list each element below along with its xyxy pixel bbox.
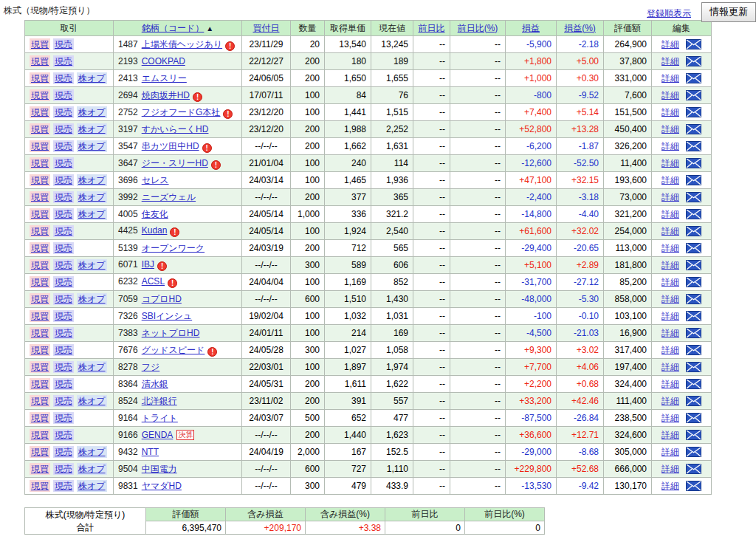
cash-sell-link[interactable]: 現売 xyxy=(53,259,74,271)
mail-alert-icon[interactable] xyxy=(686,107,701,117)
cash-sell-link[interactable]: 現売 xyxy=(53,395,74,407)
refresh-button[interactable]: 情報更新 xyxy=(701,2,756,22)
cash-sell-link[interactable]: 現売 xyxy=(53,89,74,101)
stock-name-link[interactable]: 北洋銀行 xyxy=(142,396,177,406)
mail-alert-icon[interactable] xyxy=(686,345,701,355)
cash-sell-link[interactable]: 現売 xyxy=(53,276,74,288)
cash-buy-link[interactable]: 現買 xyxy=(30,174,50,186)
cash-sell-link[interactable]: 現売 xyxy=(53,72,74,84)
detail-link[interactable]: 詳細 xyxy=(662,38,679,51)
cash-buy-link[interactable]: 現買 xyxy=(30,378,50,390)
mail-alert-icon[interactable] xyxy=(686,328,701,338)
cash-buy-link[interactable]: 現買 xyxy=(30,395,50,407)
mail-alert-icon[interactable] xyxy=(686,379,701,389)
mail-alert-icon[interactable] xyxy=(686,243,701,253)
stock-option-link[interactable]: 株オプ xyxy=(77,72,107,84)
detail-link[interactable]: 詳細 xyxy=(662,395,679,408)
mail-alert-icon[interactable] xyxy=(686,39,701,49)
cash-buy-link[interactable]: 現買 xyxy=(30,259,50,271)
stock-name-link[interactable]: ヤマダHD xyxy=(142,481,182,491)
detail-link[interactable]: 詳細 xyxy=(662,140,679,153)
stock-name-link[interactable]: エムスリー xyxy=(142,73,187,83)
detail-link[interactable]: 詳細 xyxy=(662,480,679,493)
stock-name-link[interactable]: IBJ xyxy=(142,259,154,270)
detail-link[interactable]: 詳細 xyxy=(662,378,679,391)
header-profit-loss-sort-link[interactable]: 損益 xyxy=(522,23,540,33)
cash-buy-link[interactable]: 現買 xyxy=(30,72,50,84)
mail-alert-icon[interactable] xyxy=(686,311,701,321)
sort-order-link[interactable]: 登録順表示 xyxy=(647,7,691,20)
detail-link[interactable]: 詳細 xyxy=(662,293,679,306)
mail-alert-icon[interactable] xyxy=(686,124,701,134)
stock-name-link[interactable]: コプロHD xyxy=(142,294,182,304)
mail-alert-icon[interactable] xyxy=(686,73,701,83)
stock-option-link[interactable]: 株オプ xyxy=(77,140,107,152)
cash-sell-link[interactable]: 現売 xyxy=(53,157,74,169)
detail-link[interactable]: 詳細 xyxy=(662,157,679,170)
cash-buy-link[interactable]: 現買 xyxy=(30,480,50,492)
stock-name-link[interactable]: 上場米債ヘッジあり xyxy=(142,39,222,49)
detail-link[interactable]: 詳細 xyxy=(662,429,679,442)
cash-sell-link[interactable]: 現売 xyxy=(53,327,74,339)
cash-sell-link[interactable]: 現売 xyxy=(53,429,74,441)
alert-icon[interactable]: ! xyxy=(211,160,221,170)
stock-name-link[interactable]: 中国電力 xyxy=(142,464,177,474)
detail-link[interactable]: 詳細 xyxy=(662,208,679,221)
detail-link[interactable]: 詳細 xyxy=(662,463,679,476)
detail-link[interactable]: 詳細 xyxy=(662,191,679,204)
mail-alert-icon[interactable] xyxy=(686,430,701,440)
header-profit-loss-pct-sort-link[interactable]: 損益(%) xyxy=(564,23,596,33)
cash-buy-link[interactable]: 現買 xyxy=(30,242,50,254)
detail-link[interactable]: 詳細 xyxy=(662,259,679,272)
cash-buy-link[interactable]: 現買 xyxy=(30,310,50,322)
stock-name-link[interactable]: 住友化 xyxy=(142,209,168,219)
mail-alert-icon[interactable] xyxy=(686,481,701,491)
cash-buy-link[interactable]: 現買 xyxy=(30,446,50,458)
cash-sell-link[interactable]: 現売 xyxy=(53,191,74,203)
cash-sell-link[interactable]: 現売 xyxy=(53,310,74,322)
stock-option-link[interactable]: 株オプ xyxy=(77,293,107,305)
cash-sell-link[interactable]: 現売 xyxy=(53,361,74,373)
cash-buy-link[interactable]: 現買 xyxy=(30,157,50,169)
cash-buy-link[interactable]: 現買 xyxy=(30,276,50,288)
cash-buy-link[interactable]: 現買 xyxy=(30,463,50,475)
mail-alert-icon[interactable] xyxy=(686,260,701,270)
mail-alert-icon[interactable] xyxy=(686,413,701,423)
mail-alert-icon[interactable] xyxy=(686,90,701,100)
stock-option-link[interactable]: 株オプ xyxy=(77,463,107,475)
stock-option-link[interactable]: 株オプ xyxy=(77,361,107,373)
stock-name-link[interactable]: セレス xyxy=(142,175,169,185)
stock-name-link[interactable]: COOKPAD xyxy=(142,56,185,66)
cash-buy-link[interactable]: 現買 xyxy=(30,327,50,339)
stock-name-link[interactable]: すかいらーくHD xyxy=(142,124,209,134)
cash-sell-link[interactable]: 現売 xyxy=(53,293,74,305)
cash-buy-link[interactable]: 現買 xyxy=(30,208,50,220)
header-stock-name-sort-link[interactable]: 銘柄（コード） xyxy=(142,23,205,33)
cash-sell-link[interactable]: 現売 xyxy=(53,344,74,356)
mail-alert-icon[interactable] xyxy=(686,56,701,66)
stock-option-link[interactable]: 株オプ xyxy=(77,106,107,118)
detail-link[interactable]: 詳細 xyxy=(662,344,679,357)
detail-link[interactable]: 詳細 xyxy=(662,446,679,459)
cash-buy-link[interactable]: 現買 xyxy=(30,89,50,101)
stock-name-link[interactable]: GENDA xyxy=(142,430,173,440)
cash-sell-link[interactable]: 現売 xyxy=(53,463,74,475)
stock-option-link[interactable]: 株オプ xyxy=(77,446,107,458)
cash-buy-link[interactable]: 現買 xyxy=(30,429,50,441)
mail-alert-icon[interactable] xyxy=(686,447,701,457)
cash-sell-link[interactable]: 現売 xyxy=(53,123,74,135)
alert-icon[interactable]: ! xyxy=(157,261,167,271)
alert-icon[interactable]: ! xyxy=(223,109,233,119)
cash-sell-link[interactable]: 現売 xyxy=(53,480,74,492)
stock-name-link[interactable]: NTT xyxy=(142,447,159,457)
alert-icon[interactable]: ! xyxy=(225,41,235,51)
cash-sell-link[interactable]: 現売 xyxy=(53,446,74,458)
detail-link[interactable]: 詳細 xyxy=(662,106,679,119)
stock-option-link[interactable]: 株オプ xyxy=(77,395,107,407)
stock-name-link[interactable]: ジー・スリーHD xyxy=(142,158,208,168)
mail-alert-icon[interactable] xyxy=(686,294,701,304)
stock-name-link[interactable]: Kudan xyxy=(142,225,168,236)
alert-icon[interactable]: ! xyxy=(168,278,177,288)
stock-name-link[interactable]: ネットプロHD xyxy=(142,328,200,338)
cash-sell-link[interactable]: 現売 xyxy=(53,412,74,424)
